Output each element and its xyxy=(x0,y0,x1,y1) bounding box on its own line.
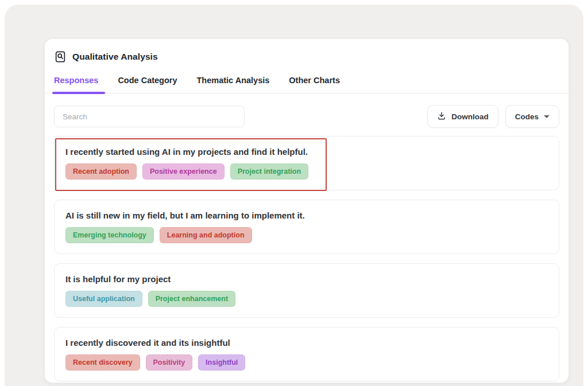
tab-code-category[interactable]: Code Category xyxy=(118,76,177,93)
code-tag[interactable]: Project integration xyxy=(230,163,308,180)
code-tag[interactable]: Learning and adoption xyxy=(160,227,252,243)
panel-header: Qualitative Analysis xyxy=(45,39,568,63)
download-button[interactable]: Download xyxy=(427,105,498,128)
response-text: AI is still new in my field, but I am le… xyxy=(65,210,548,220)
code-tag[interactable]: Emerging technology xyxy=(65,227,154,243)
response-card: It is helpful for my project Useful appl… xyxy=(54,263,559,318)
tab-other-charts[interactable]: Other Charts xyxy=(289,76,340,93)
download-button-label: Download xyxy=(451,112,489,121)
code-tags: Recent discovery Positivity Insightful xyxy=(65,354,548,371)
response-text: I recently discovered it and its insight… xyxy=(65,338,548,348)
download-icon xyxy=(437,111,446,122)
response-text: I recently started using AI in my projec… xyxy=(65,147,548,157)
code-tags: Useful application Project enhancement xyxy=(65,291,548,307)
code-tag[interactable]: Project enhancement xyxy=(148,291,235,307)
tab-bar: Responses Code Category Thematic Analysi… xyxy=(45,76,568,93)
codes-button-label: Codes xyxy=(515,112,539,121)
tab-thematic-analysis[interactable]: Thematic Analysis xyxy=(197,76,270,93)
search-input[interactable] xyxy=(54,106,245,127)
response-card: AI is still new in my field, but I am le… xyxy=(54,200,559,254)
toolbar: Download Codes xyxy=(54,105,559,128)
tab-responses[interactable]: Responses xyxy=(54,76,98,93)
code-tag[interactable]: Positive experience xyxy=(142,163,225,180)
code-tag[interactable]: Recent adoption xyxy=(65,163,137,180)
qualitative-analysis-panel: Qualitative Analysis Responses Code Cate… xyxy=(44,38,569,383)
response-card: I recently discovered it and its insight… xyxy=(54,327,559,381)
panel-title: Qualitative Analysis xyxy=(72,52,158,62)
responses-list: I recently started using AI in my projec… xyxy=(54,136,559,381)
toolbar-actions: Download Codes xyxy=(427,105,559,128)
code-tag[interactable]: Recent discovery xyxy=(65,354,140,371)
code-tag[interactable]: Positivity xyxy=(146,354,193,371)
code-tags: Recent adoption Positive experience Proj… xyxy=(65,163,548,180)
code-tag[interactable]: Insightful xyxy=(198,354,245,371)
code-tags: Emerging technology Learning and adoptio… xyxy=(65,227,548,243)
response-card: I recently started using AI in my projec… xyxy=(54,136,559,190)
codes-dropdown-button[interactable]: Codes xyxy=(505,105,559,128)
file-search-icon xyxy=(54,50,67,63)
response-text: It is helpful for my project xyxy=(65,274,548,284)
code-tag[interactable]: Useful application xyxy=(65,291,142,307)
chevron-down-icon xyxy=(544,115,550,118)
